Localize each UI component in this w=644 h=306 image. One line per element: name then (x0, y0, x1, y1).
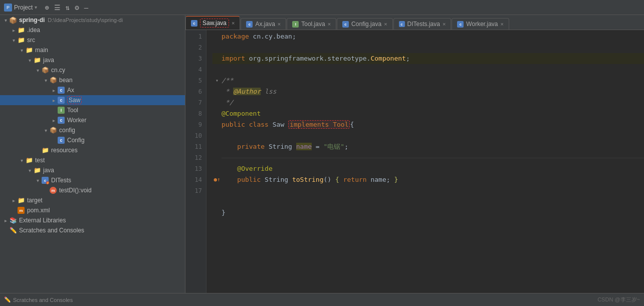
sidebar-item-idea[interactable]: 📁 .idea (0, 25, 185, 35)
sidebar: 📦 spring-di D:\IdeaProjects\study\spring… (0, 15, 185, 293)
sidebar-item-resources[interactable]: 📁 resources (0, 145, 185, 155)
src-arrow (10, 38, 17, 43)
sidebar-item-tool[interactable]: I Tool (0, 105, 185, 115)
tab-ax[interactable]: c Ax.java × (241, 18, 286, 30)
ditests-arrow (34, 178, 41, 183)
saw-tab-icon: c (191, 20, 197, 27)
saw-tab-close[interactable]: × (232, 20, 235, 26)
src-label: src (27, 37, 35, 44)
test-folder-icon: 📁 (25, 156, 33, 164)
sidebar-item-test-java[interactable]: 📁 java (0, 165, 185, 175)
minimize-icon[interactable]: — (83, 3, 90, 13)
config-tab-close[interactable]: × (384, 21, 387, 27)
list-icon[interactable]: ☰ (53, 3, 62, 13)
gutter-14: ●↑ (212, 174, 222, 185)
sidebar-item-config-pkg[interactable]: 📦 config (0, 125, 185, 135)
scratches-bottom-label: Scratches and Consoles (13, 297, 73, 303)
worker-icon: c (57, 116, 65, 124)
sidebar-item-test[interactable]: 📁 test (0, 155, 185, 165)
javadoc-start: /** (222, 75, 233, 86)
cncy-label: cn.cy (51, 67, 65, 74)
sidebar-item-cncy[interactable]: 📦 cn.cy (0, 65, 185, 75)
code-line-5: ▾ /** (212, 75, 644, 86)
sidebar-item-java[interactable]: 📁 java (0, 55, 185, 65)
settings-icon[interactable]: ⚙ (73, 3, 80, 13)
sidebar-item-src[interactable]: 📁 src (0, 35, 185, 45)
config-pkg-label: config (59, 127, 75, 134)
javadoc-author: * @Author lss (222, 86, 277, 97)
root-icon: 📦 (9, 16, 17, 24)
gutter-5: ▾ (212, 75, 222, 86)
config-icon: c (57, 136, 65, 144)
code-line-14: ●↑ public String toString() { return nam… (212, 174, 644, 185)
tab-worker[interactable]: c Worker.java × (452, 18, 509, 30)
extlibs-arrow (2, 218, 9, 223)
sidebar-item-pom[interactable]: m pom.xml (0, 205, 185, 215)
worker-tab-close[interactable]: × (501, 21, 504, 27)
saw-arrow (50, 98, 57, 103)
tree-root[interactable]: 📦 spring-di D:\IdeaProjects\study\spring… (0, 15, 185, 25)
code-editor[interactable]: package cn.cy.bean; import org.springfra… (206, 30, 644, 293)
ax-tab-label: Ax.java (255, 21, 275, 28)
tool-tab-icon: I (292, 21, 299, 28)
javadoc-end: */ (222, 97, 233, 108)
tool-tab-close[interactable]: × (328, 21, 331, 27)
sidebar-item-scratches[interactable]: ✏️ Scratches and Consoles (0, 225, 185, 235)
add-icon[interactable]: ⊕ (43, 3, 50, 13)
override-annotation: @Override (222, 163, 273, 174)
sidebar-item-testdi[interactable]: m testDI():void (0, 185, 185, 195)
sidebar-item-extlibs[interactable]: 📚 External Libraries (0, 215, 185, 225)
extlibs-label: External Libraries (19, 217, 66, 224)
project-icon: P (4, 4, 12, 12)
testdi-label: testDI():void (59, 187, 92, 194)
sidebar-item-config[interactable]: c Config (0, 135, 185, 145)
component-annotation: @Component (222, 108, 261, 119)
pom-label: pom.xml (27, 207, 50, 214)
code-line-12 (212, 152, 644, 163)
code-line-10 (212, 130, 644, 141)
sidebar-item-main[interactable]: 📁 main (0, 45, 185, 55)
saw-tab-label: Saw.java (200, 19, 229, 28)
sidebar-item-bean[interactable]: 📦 bean (0, 75, 185, 85)
config-pkg-icon: 📦 (49, 126, 57, 134)
saw-label: Saw (67, 96, 82, 104)
scratches-bottom[interactable]: ✏️ Scratches and Consoles (4, 296, 73, 303)
target-arrow (10, 198, 17, 203)
tab-tool[interactable]: I Tool.java × (287, 18, 336, 30)
test-java-label: java (43, 167, 54, 174)
main-folder-icon: 📁 (25, 46, 33, 54)
tool-label: Tool (67, 107, 78, 114)
sidebar-item-ax[interactable]: c Ax (0, 85, 185, 95)
config-label: Config (67, 137, 85, 144)
tab-config[interactable]: c Config.java × (337, 18, 392, 30)
ditests-tab-close[interactable]: × (443, 21, 446, 27)
test-java-icon: 📁 (33, 166, 41, 174)
code-line-13: @Override (212, 163, 644, 174)
bottom-bar: ✏️ Scratches and Consoles CSDN @李三岁~ (0, 293, 644, 306)
sidebar-item-ditests[interactable]: c⚡ DITests (0, 175, 185, 185)
cncy-arrow (34, 68, 41, 73)
ax-tab-close[interactable]: × (278, 21, 281, 27)
line-numbers: 1 2 3 4 5 6 7 8 9 10 11 12 13 14 17 (185, 30, 206, 293)
code-line-16 (212, 196, 644, 207)
project-section[interactable]: P Project ▾ (4, 4, 37, 12)
resources-label: resources (51, 147, 78, 154)
class-decl: public class Saw implements Tool{ (222, 119, 354, 130)
worker-tab-icon: c (457, 21, 464, 28)
tab-saw[interactable]: c Saw.java × (185, 16, 240, 30)
ax-label: Ax (67, 87, 74, 94)
code-line-15 (212, 185, 644, 196)
sidebar-item-saw[interactable]: c Saw (0, 95, 185, 105)
tab-ditests[interactable]: c DITests.java × (393, 18, 452, 30)
dropdown-arrow: ▾ (35, 5, 37, 10)
import-line: import org.springframework.stereotype.Co… (222, 53, 410, 64)
sidebar-item-worker[interactable]: c Worker (0, 115, 185, 125)
sidebar-item-target[interactable]: 📁 target (0, 195, 185, 205)
ax-icon: c (57, 86, 65, 94)
ditests-icon: c⚡ (41, 176, 49, 184)
java-arrow (26, 58, 33, 63)
resources-icon: 📁 (41, 146, 49, 154)
sort-icon[interactable]: ⇅ (64, 3, 71, 13)
worker-arrow (50, 118, 57, 123)
worker-tab-label: Worker.java (466, 21, 498, 28)
